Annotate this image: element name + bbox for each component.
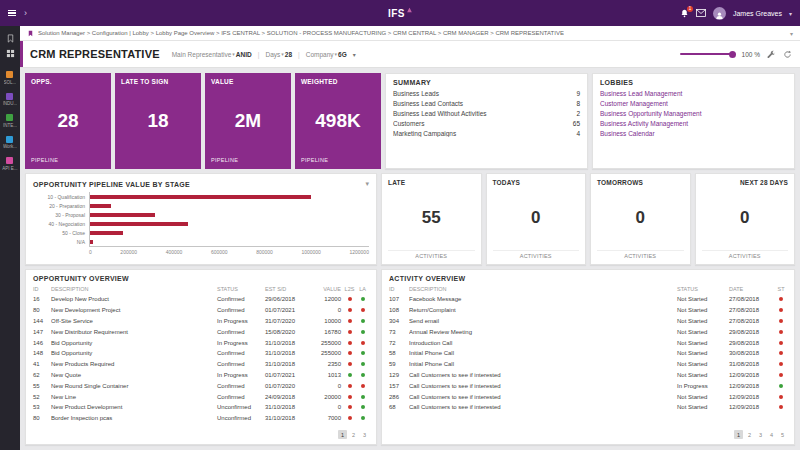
pagination-page[interactable]: 2 <box>349 430 358 439</box>
chart-bar[interactable] <box>90 213 155 217</box>
sidebar-item[interactable]: Work... <box>3 136 17 150</box>
cell-id: 148 <box>33 350 51 356</box>
table-row[interactable]: 68 Call Customers to see if interested N… <box>389 402 787 413</box>
lobby-link[interactable]: Business Lead Management <box>600 90 787 97</box>
table-row[interactable]: 148 Bid Opportunity Confirmed 31/10/2018… <box>33 348 369 359</box>
user-name[interactable]: James Greaves <box>733 10 782 17</box>
table-row[interactable]: 52 New Line Confirmed 24/09/2018 20000 <box>33 391 369 402</box>
chart-row: 50 - Close <box>33 228 369 237</box>
activity-stat-card[interactable]: TOMORROWS 0 ACTIVITIES <box>590 173 691 265</box>
filter-label: Company <box>306 51 334 58</box>
pagination-page[interactable]: 5 <box>778 430 787 439</box>
table-row[interactable]: 58 Initial Phone Call Not Started 30/08/… <box>389 348 787 359</box>
lobby-link[interactable]: Business Calendar <box>600 130 787 137</box>
chart-bar[interactable] <box>90 231 123 235</box>
table-row[interactable]: 80 Border Inspection pcas Unconfirmed 31… <box>33 413 369 424</box>
pagination-page[interactable]: 2 <box>745 430 754 439</box>
table-row[interactable]: 73 Annual Review Meeting Not Started 29/… <box>389 326 787 337</box>
pagination-page[interactable]: 1 <box>734 430 743 439</box>
chart-bar[interactable] <box>90 204 111 208</box>
kpi-card[interactable]: VALUE 2M PIPELINE <box>205 73 291 169</box>
pagination-page[interactable]: 3 <box>360 430 369 439</box>
chart-category-label: 10 - Qualification <box>33 194 89 200</box>
filter-segment[interactable]: Main Representative ▾ ANID <box>172 51 252 58</box>
pagination-page[interactable]: 4 <box>767 430 776 439</box>
chart-bar[interactable] <box>90 240 93 244</box>
col-header-l2s[interactable]: L2S <box>343 286 356 292</box>
inbox-button[interactable] <box>696 9 706 17</box>
col-header-est-sd[interactable]: EST S/D <box>265 286 309 292</box>
chart-bar[interactable] <box>90 222 188 226</box>
sidebar-item[interactable]: INDU... <box>3 93 18 107</box>
activity-stat-card[interactable]: NEXT 28 DAYS 0 ACTIVITIES <box>695 173 796 265</box>
cell-status: Not Started <box>677 340 729 346</box>
filter-segment[interactable]: Days ▾ 28 <box>252 51 292 58</box>
col-header-value[interactable]: VALUE <box>309 286 343 292</box>
cell-est-sd: 31/10/2018 <box>265 340 309 346</box>
col-header-status[interactable]: STATUS <box>677 286 729 292</box>
chart-bar[interactable] <box>90 195 311 199</box>
lobby-link[interactable]: Business Opportunity Management <box>600 110 787 117</box>
table-row[interactable]: 80 New Development Project Confirmed 01/… <box>33 305 369 316</box>
wrench-icon[interactable] <box>767 50 776 59</box>
collapse-chevron-icon[interactable]: ▾ <box>365 180 369 188</box>
lobby-bookmark-icon[interactable] <box>27 30 34 37</box>
table-row[interactable]: 72 Introduction Call Not Started 29/08/2… <box>389 337 787 348</box>
refresh-icon[interactable] <box>783 50 792 59</box>
table-row[interactable]: 304 Send email Not Started 27/08/2018 <box>389 316 787 327</box>
lobby-link[interactable]: Business Activity Management <box>600 120 787 127</box>
zoom-slider-thumb[interactable] <box>729 51 736 58</box>
col-header-id[interactable]: ID <box>389 286 409 292</box>
sidebar-item[interactable]: SOL... <box>4 71 17 85</box>
summary-label: Business Lead Contacts <box>393 100 576 107</box>
breadcrumb-caret-icon[interactable]: ▾ <box>790 30 793 37</box>
cell-date: 12/09/2018 <box>729 383 775 389</box>
ifs-logo: IFS <box>388 8 412 19</box>
col-header-la[interactable]: LA <box>356 286 369 292</box>
chart-bar-track <box>89 228 369 237</box>
zoom-slider[interactable] <box>680 53 735 55</box>
col-header-description[interactable]: DESCRIPTION <box>51 286 217 292</box>
sidebar-item[interactable]: INTE... <box>3 114 17 128</box>
table-row[interactable]: 62 New Quote In Progress 01/07/2021 1013 <box>33 370 369 381</box>
table-row[interactable]: 144 Off-Site Service In Progress 31/07/2… <box>33 316 369 327</box>
filters-caret-icon[interactable]: ▾ <box>353 51 356 58</box>
table-row[interactable]: 157 Call Customers to see if interested … <box>389 380 787 391</box>
col-header-st[interactable]: ST <box>775 286 787 292</box>
kpi-card[interactable]: LATE TO SIGN 18 <box>115 73 201 169</box>
activity-stat-card[interactable]: TODAYS 0 ACTIVITIES <box>486 173 587 265</box>
table-row[interactable]: 147 New Distributor Requirement Confirme… <box>33 326 369 337</box>
activity-stat-card[interactable]: LATE 55 ACTIVITIES <box>381 173 482 265</box>
kpi-card[interactable]: WEIGHTED 498K PIPELINE <box>295 73 381 169</box>
table-row[interactable]: 41 New Products Required Confirmed 31/10… <box>33 359 369 370</box>
table-row[interactable]: 129 Call Customers to see if interested … <box>389 370 787 381</box>
user-menu-caret-icon[interactable]: ▾ <box>789 10 792 17</box>
table-row[interactable]: 16 Develop New Product Confirmed 29/06/2… <box>33 294 369 305</box>
table-row[interactable]: 55 New Round Single Container Confirmed … <box>33 380 369 391</box>
col-header-description[interactable]: DESCRIPTION <box>409 286 677 292</box>
sidebar-item-label: INDU... <box>3 101 18 106</box>
sidebar-item[interactable]: API E... <box>2 157 17 171</box>
table-row[interactable]: 146 Bid Opportunity In Progress 31/10/20… <box>33 337 369 348</box>
table-row[interactable]: 107 Facebook Message Not Started 27/08/2… <box>389 294 787 305</box>
apps-grid-icon[interactable] <box>6 49 15 58</box>
notifications-button[interactable]: 1 <box>680 9 689 18</box>
table-row[interactable]: 53 New Product Development Unconfirmed 3… <box>33 402 369 413</box>
chevron-right-icon[interactable]: › <box>24 9 27 18</box>
hamburger-menu-icon[interactable] <box>8 10 16 17</box>
cell-id: 157 <box>389 383 409 389</box>
lobby-link[interactable]: Customer Management <box>600 100 787 107</box>
bookmark-icon[interactable] <box>6 34 15 43</box>
breadcrumb[interactable]: Solution Manager > Configuration | Lobby… <box>38 30 564 36</box>
col-header-status[interactable]: STATUS <box>217 286 265 292</box>
col-header-id[interactable]: ID <box>33 286 51 292</box>
kpi-card[interactable]: OPPS. 28 PIPELINE <box>25 73 111 169</box>
pagination-page[interactable]: 1 <box>338 430 347 439</box>
avatar[interactable] <box>713 7 726 20</box>
pagination-page[interactable]: 3 <box>756 430 765 439</box>
col-header-date[interactable]: DATE <box>729 286 775 292</box>
table-row[interactable]: 286 Call Customers to see if interested … <box>389 391 787 402</box>
table-row[interactable]: 59 Initial Phone Call Not Started 31/08/… <box>389 359 787 370</box>
filter-segment[interactable]: Company ▾ 6G <box>292 51 347 58</box>
table-row[interactable]: 108 Return/Complaint Not Started 27/08/2… <box>389 305 787 316</box>
